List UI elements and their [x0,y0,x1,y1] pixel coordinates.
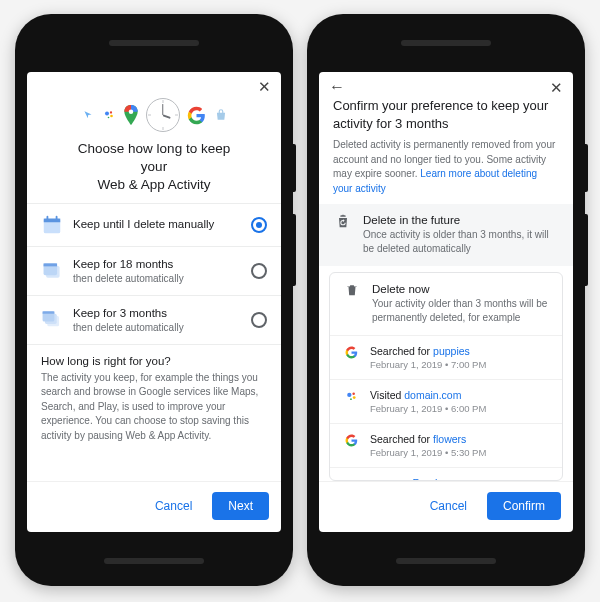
phone-left: ✕ [15,14,293,586]
activity-time: February 1, 2019 • 6:00 PM [370,403,486,414]
option-manual[interactable]: Keep until I delete manually [27,204,281,247]
phone-homebar [104,558,204,564]
svg-point-2 [110,115,113,118]
activity-item: Visited domain.com February 1, 2019 • 6:… [330,379,562,423]
hero-icons [39,98,269,132]
svg-point-3 [107,117,109,119]
trash-icon [342,283,362,325]
option-3-months[interactable]: Keep for 3 months then delete automatica… [27,296,281,345]
confirm-description: Deleted activity is permanently removed … [319,138,573,204]
calendar-multi-icon [41,309,63,331]
activity-keyword[interactable]: domain.com [404,389,461,401]
radio-icon[interactable] [251,263,267,279]
close-icon[interactable]: ✕ [258,79,271,94]
clock-icon [146,98,180,132]
confirm-button[interactable]: Confirm [487,492,561,520]
confirm-title: Confirm your preference to keep your act… [319,97,573,138]
option-18-months[interactable]: Keep for 18 months then delete automatic… [27,247,281,296]
svg-point-1 [109,111,111,113]
svg-point-4 [128,109,133,114]
auto-delete-icon [333,214,353,256]
delete-future-section: Delete in the future Once activity is ol… [319,204,573,266]
radio-selected-icon[interactable] [251,217,267,233]
svg-point-0 [105,112,109,116]
next-button[interactable]: Next [212,492,269,520]
delete-future-heading: Delete in the future [363,214,559,226]
option-label: Keep for 3 months [73,306,241,321]
shopping-icon [214,108,228,122]
activity-item: Searched for flowers February 1, 2019 • … [330,423,562,467]
svg-rect-7 [47,215,49,220]
assistant-icon [342,389,360,414]
svg-rect-8 [56,215,58,220]
maps-icon [123,105,139,125]
delete-now-card: Delete now Your activity older than 3 mo… [329,272,563,481]
delete-future-body: Once activity is older than 3 months, it… [363,228,559,256]
info-body: The activity you keep, for example the t… [41,371,267,444]
delete-now-section: Delete now Your activity older than 3 mo… [330,273,562,335]
activity-keyword[interactable]: flowers [433,433,466,445]
calendar-icon [41,214,63,236]
assistant-icon [102,108,116,122]
option-label: Keep for 18 months [73,257,241,272]
phone-right: ← ✕ Confirm your preference to keep your… [307,14,585,586]
cancel-button[interactable]: Cancel [420,493,477,519]
page-title: Choose how long to keep your Web & App A… [39,140,269,195]
back-icon[interactable]: ← [329,79,345,95]
phone-homebar [396,558,496,564]
option-sublabel: then delete automatically [73,272,241,285]
svg-point-16 [347,393,351,397]
calendar-stack-icon [41,260,63,282]
activity-time: February 1, 2019 • 7:00 PM [370,359,486,370]
option-label: Keep until I delete manually [73,217,241,232]
activity-item: Searched for puppies February 1, 2019 • … [330,335,562,379]
delete-now-body: Your activity older than 3 months will b… [372,297,550,325]
retention-options: Keep until I delete manually Keep for 18… [27,203,281,345]
svg-rect-6 [44,218,61,222]
option-sublabel: then delete automatically [73,321,241,334]
cancel-button[interactable]: Cancel [145,493,202,519]
screen-left: ✕ [27,72,281,532]
activity-keyword[interactable]: puppies [433,345,470,357]
svg-point-19 [350,398,352,400]
power-button [293,144,296,192]
screen-right: ← ✕ Confirm your preference to keep your… [319,72,573,532]
radio-icon[interactable] [251,312,267,328]
svg-point-18 [352,396,355,399]
svg-rect-11 [44,263,58,266]
phone-speaker [401,40,491,46]
delete-now-heading: Delete now [372,283,550,295]
power-button [585,144,588,192]
close-icon[interactable]: ✕ [550,80,563,95]
location-icon [81,108,95,122]
preview-more-button[interactable]: Preview more [330,467,562,481]
google-g-icon [342,433,360,458]
phone-speaker [109,40,199,46]
google-g-icon [187,108,207,122]
svg-point-17 [352,393,354,395]
info-section: How long is right for you? The activity … [27,345,281,448]
volume-button [293,214,296,286]
svg-rect-15 [43,311,55,313]
activity-time: February 1, 2019 • 5:30 PM [370,447,486,458]
google-g-icon [342,345,360,370]
volume-button [585,214,588,286]
info-heading: How long is right for you? [41,355,267,367]
